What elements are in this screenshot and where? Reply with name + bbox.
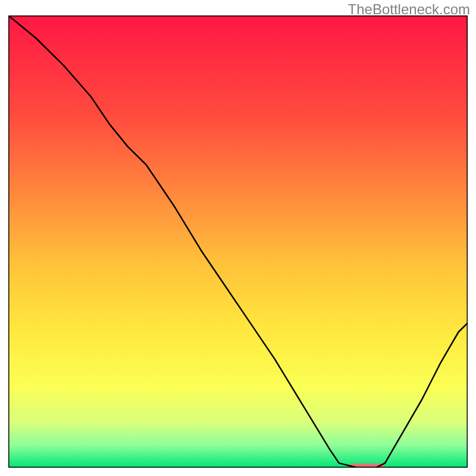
chart-background xyxy=(8,15,468,468)
chart-svg xyxy=(8,15,468,468)
chart-plot-area xyxy=(8,15,468,468)
chart-root: TheBottleneck.com xyxy=(0,0,476,476)
watermark-text: TheBottleneck.com xyxy=(348,1,470,18)
